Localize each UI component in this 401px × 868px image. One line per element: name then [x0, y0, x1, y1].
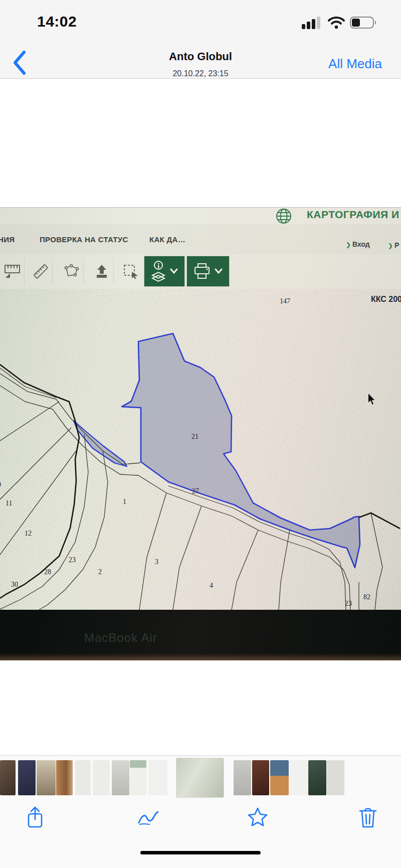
dimension-tool-icon — [1, 258, 25, 284]
site-menu: ❯Вход ❯Р НИЯПРОВЕРКА НА СТАТУСКАК ДА… — [0, 224, 401, 255]
map-linework — [0, 289, 401, 610]
media-thumbnail[interactable] — [130, 760, 146, 795]
battery-icon — [350, 16, 378, 29]
site-brand: КАРТОГРАФИЯ И — [307, 209, 399, 221]
media-thumbnail[interactable] — [56, 760, 73, 795]
site-menu-item: ПРОВЕРКА НА СТАТУС — [40, 235, 128, 244]
media-thumbnail[interactable] — [327, 760, 344, 795]
cellular-signal-icon — [302, 16, 323, 29]
laptop-base-edge — [0, 654, 401, 660]
site-register-link: ❯Р — [388, 241, 399, 249]
mouse-cursor-icon — [366, 393, 377, 406]
map-toolbar — [0, 254, 401, 289]
ios-screen: 14:02 — [0, 0, 401, 868]
media-thumbnail[interactable] — [148, 760, 167, 795]
photo-of-laptop-screen[interactable]: КАРТОГРАФИЯ И ❯Вход ❯Р НИЯПРОВЕРКА НА СТ… — [0, 207, 401, 660]
cadastral-map — [0, 289, 401, 610]
media-thumbnail[interactable] — [112, 760, 129, 795]
highlighted-sliver — [74, 421, 127, 466]
media-thumbnail[interactable] — [0, 760, 16, 795]
chevron-right-icon: ❯ — [388, 242, 393, 249]
site-header: КАРТОГРАФИЯ И — [0, 208, 401, 224]
favorite-star-button[interactable] — [246, 805, 270, 829]
select-tool-icon — [120, 258, 141, 284]
site-menu-item: НИЯ — [0, 235, 15, 244]
status-icons — [302, 16, 378, 29]
status-time: 14:02 — [37, 13, 77, 30]
top-chrome: 14:02 — [0, 0, 401, 79]
upload-tool-icon — [90, 258, 114, 284]
highlighted-parcel-21 — [122, 333, 360, 568]
media-thumbnail[interactable] — [75, 760, 91, 795]
print-button — [187, 256, 229, 286]
chevron-down-icon — [215, 268, 223, 274]
globe-icon — [274, 207, 294, 226]
wifi-icon — [328, 16, 345, 29]
media-thumbnail[interactable] — [93, 760, 110, 795]
media-thumbnail[interactable] — [37, 760, 56, 795]
media-thumbnail[interactable] — [289, 760, 308, 795]
site-login-link: ❯Вход — [346, 240, 370, 248]
home-indicator[interactable] — [140, 851, 261, 854]
chevron-down-icon — [170, 268, 178, 274]
all-media-link[interactable]: All Media — [328, 56, 382, 72]
chevron-right-icon: ❯ — [346, 241, 351, 248]
polygon-measure-tool-icon — [60, 258, 84, 284]
site-menu-item: КАК ДА… — [149, 235, 185, 244]
laptop-bezel: MacBook Air — [0, 610, 401, 654]
media-thumbnail[interactable] — [252, 760, 269, 795]
ruler-tool-icon — [29, 258, 53, 284]
media-thumbnail[interactable] — [234, 760, 251, 795]
markup-button[interactable] — [136, 805, 160, 829]
media-thumbnail[interactable] — [18, 760, 36, 795]
layers-info-button — [144, 256, 184, 286]
media-thumbnail[interactable] — [176, 758, 224, 797]
media-thumbnail[interactable] — [270, 760, 289, 795]
delete-trash-button[interactable] — [356, 805, 380, 829]
media-thumbnail[interactable] — [308, 760, 326, 795]
share-button[interactable] — [23, 805, 47, 829]
macbook-air-label: MacBook Air — [84, 631, 157, 645]
crs-label: ККС 200 — [371, 295, 401, 304]
